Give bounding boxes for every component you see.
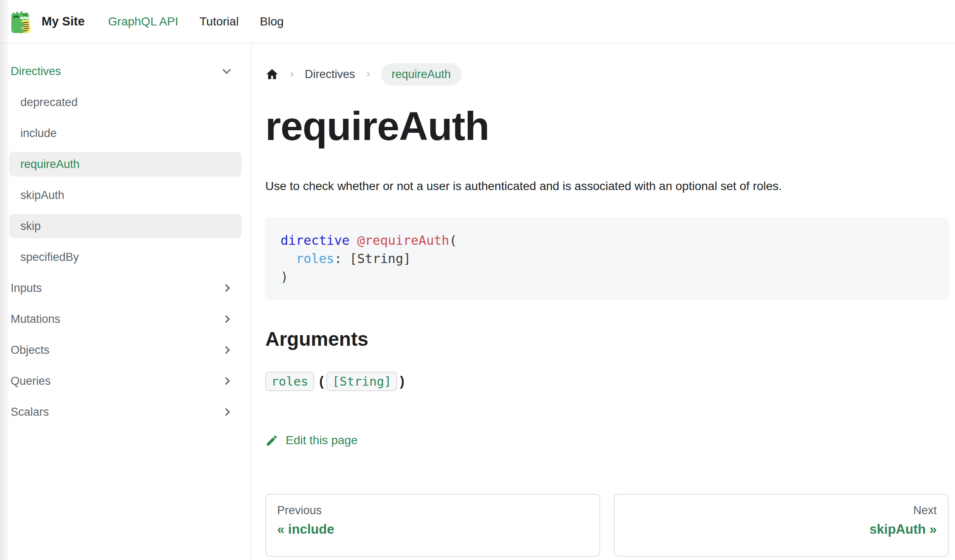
code-token-plain: ): [281, 269, 288, 284]
sidebar-category-queries[interactable]: Queries: [9, 369, 242, 393]
chevron-right-icon: [221, 344, 233, 356]
code-content: directive @requireAuth( roles: [String] …: [281, 231, 933, 286]
navbar-links: GraphQL API Tutorial Blog: [108, 15, 284, 28]
nav-link-tutorial[interactable]: Tutorial: [199, 15, 239, 28]
sidebar-item-skipauth[interactable]: skipAuth: [9, 183, 242, 207]
chevron-right-icon: [221, 313, 233, 325]
sidebar-item-specifiedby[interactable]: specifiedBy: [9, 245, 242, 269]
breadcrumb-separator-icon: [288, 70, 295, 79]
sidebar-item-skip[interactable]: skip: [9, 214, 242, 238]
chevron-down-icon: [220, 65, 233, 78]
sidebar-category-label: Directives: [11, 65, 61, 78]
sidebar-category-label: Objects: [11, 344, 50, 357]
sidebar-category-label: Scalars: [11, 406, 49, 419]
sidebar-item-label: include: [20, 127, 57, 140]
doc-pagination: Previous « include Next skipAuth »: [265, 494, 949, 557]
sidebar-category-label: Queries: [11, 375, 51, 388]
code-token-plain: (: [449, 233, 457, 248]
chevron-right-icon: [221, 406, 233, 418]
breadcrumb: Directives requireAuth: [265, 63, 949, 86]
code-token-plain: [281, 251, 296, 266]
breadcrumb-separator-icon: [365, 70, 372, 79]
navbar: My Site GraphQL API Tutorial Blog: [0, 0, 955, 43]
docusaurus-dino-logo-icon: [8, 8, 33, 35]
sidebar-item-label: skip: [20, 220, 41, 233]
doc-sidebar: Directives deprecated include requireAut…: [0, 43, 251, 560]
page-description: Use to check whether or not a user is au…: [265, 177, 949, 196]
page-title: requireAuth: [265, 106, 949, 146]
pagination-next-label: Next: [626, 504, 937, 517]
content-shell: Directives deprecated include requireAut…: [0, 43, 955, 560]
pagination-previous-title: « include: [277, 522, 588, 537]
page-root: My Site GraphQL API Tutorial Blog Direct…: [0, 0, 955, 560]
breadcrumb-home-link[interactable]: [265, 67, 279, 81]
pagination-next-card[interactable]: Next skipAuth »: [614, 494, 949, 557]
argument-type-link[interactable]: [String]: [326, 372, 398, 391]
pagination-previous-card[interactable]: Previous « include: [265, 494, 600, 557]
sidebar-item-label: skipAuth: [20, 189, 65, 202]
breadcrumb-item-directives[interactable]: Directives: [305, 68, 355, 81]
sidebar-category-scalars[interactable]: Scalars: [9, 400, 242, 424]
nav-link-blog[interactable]: Blog: [260, 15, 284, 28]
sidebar-category-inputs[interactable]: Inputs: [9, 276, 242, 300]
edit-this-page-label: Edit this page: [286, 434, 358, 447]
sidebar-item-include[interactable]: include: [9, 121, 242, 146]
code-token-plain: : [String]: [334, 251, 411, 266]
sidebar-category-directives[interactable]: Directives: [9, 59, 242, 84]
brand-link[interactable]: My Site: [8, 8, 85, 35]
code-token-plain: [350, 233, 357, 248]
sidebar-item-deprecated[interactable]: deprecated: [9, 90, 242, 115]
argument-paren-close: ): [400, 374, 404, 389]
sidebar-category-label: Mutations: [11, 313, 60, 326]
sidebar-item-label: requireAuth: [20, 158, 80, 171]
home-icon: [265, 67, 279, 81]
breadcrumb-item-current[interactable]: requireAuth: [381, 63, 462, 86]
argument-row: roles ( [String] ): [265, 372, 949, 391]
chevron-right-icon: [221, 282, 233, 294]
doc-main: Directives requireAuth requireAuth Use t…: [251, 43, 955, 560]
chevron-right-icon: [221, 375, 233, 387]
argument-name-link[interactable]: roles: [265, 372, 314, 391]
site-title[interactable]: My Site: [42, 14, 85, 28]
pagination-previous-label: Previous: [277, 504, 588, 517]
code-token-keyword: directive: [281, 233, 350, 248]
edit-this-page-link[interactable]: Edit this page: [265, 434, 358, 447]
code-token-attr: roles: [296, 251, 334, 266]
sidebar-category-label: Inputs: [11, 282, 42, 295]
code-block[interactable]: directive @requireAuth( roles: [String] …: [265, 218, 949, 300]
sidebar-item-label: deprecated: [20, 96, 78, 109]
sidebar-item-requireauth[interactable]: requireAuth: [9, 152, 242, 176]
sidebar-category-mutations[interactable]: Mutations: [9, 307, 242, 331]
argument-paren-open: (: [319, 374, 323, 389]
arguments-heading: Arguments: [265, 328, 949, 350]
sidebar-category-objects[interactable]: Objects: [9, 338, 242, 362]
sidebar-item-label: specifiedBy: [20, 251, 79, 264]
nav-link-graphql-api[interactable]: GraphQL API: [108, 15, 179, 28]
pagination-next-title: skipAuth »: [626, 522, 937, 537]
code-token-directive-name: @requireAuth: [357, 233, 449, 248]
pencil-icon: [265, 434, 278, 447]
